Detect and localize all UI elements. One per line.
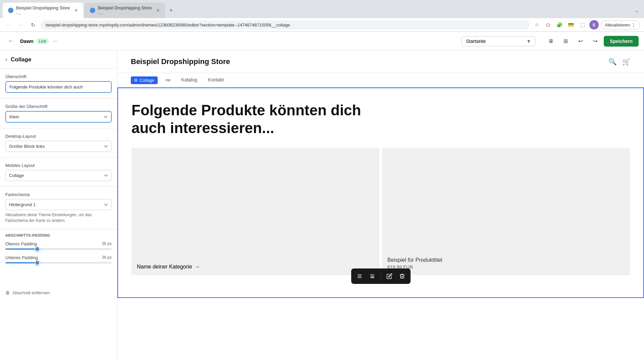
product-title: Beispiel für Produkttitel: [387, 257, 625, 263]
tab-2-close[interactable]: ✕: [156, 8, 160, 13]
url-field[interactable]: [40, 20, 530, 29]
unteres-padding-row: Unteres Padding 36 px: [0, 252, 117, 266]
ueberschrift-label: Überschrift: [5, 74, 112, 79]
section-toolbar: [351, 268, 411, 284]
padding-section-header: ABSCHNITTS-PADDING: [0, 229, 117, 239]
undo-button[interactable]: ↩: [574, 35, 586, 47]
update-dropdown-icon: ⋮: [631, 22, 636, 27]
unteres-padding-value: 36 px: [102, 255, 112, 260]
store-icons: 🔍 🛒: [608, 58, 631, 66]
header-right: 🖥 ⊞ ↩ ↪ Speichern: [545, 35, 639, 47]
section-heading: Folgende Produkte könnten dich auch inte…: [131, 102, 366, 137]
save-button[interactable]: Speichern: [604, 36, 639, 47]
tab-2-favicon: [90, 8, 95, 13]
tab-1-title: Beispiel Dropshipping Store ·...: [16, 5, 72, 15]
unteres-padding-thumb[interactable]: [35, 260, 40, 265]
profile-button[interactable]: S: [589, 20, 599, 29]
preview-frame: Beispiel Dropshipping Store 🔍 🛒 ⊞ Collag…: [117, 51, 644, 362]
collage-section: Folgende Produkte könnten dich auch inte…: [117, 87, 644, 298]
opera-icon[interactable]: O: [544, 20, 553, 29]
tab-2[interactable]: Beispiel Dropshipping Store ·... ✕: [85, 3, 165, 18]
toolbar-move-down-button[interactable]: [367, 270, 378, 282]
header-more-button[interactable]: ···: [53, 38, 57, 44]
forward-button[interactable]: →: [16, 20, 25, 29]
more-tabs-button[interactable]: ⌄: [632, 6, 641, 14]
back-button[interactable]: ←: [4, 20, 13, 29]
nav-item-kontakt[interactable]: Kontakt: [203, 73, 229, 87]
collage-grid: Name deiner Kategorie → Beispiel für Pro…: [131, 148, 630, 275]
browser-actions: ☆ O 🧩 💳 ⬚ S Aktualisieren ⋮: [532, 20, 640, 29]
address-bar: ← → ↻ ☆ O 🧩 💳 ⬚ S Aktualisieren ⋮: [0, 18, 644, 32]
mobiles-layout-label: Mobiles Layout: [5, 163, 112, 168]
toolbar-edit-button[interactable]: [384, 270, 395, 282]
delete-icon: 🗑: [5, 290, 10, 295]
farbschema-section: Farbschema Hintergrund 1 Hintergrund 2 A…: [0, 187, 117, 229]
desktop-layout-select[interactable]: Großer Block links Großer Block rechts G…: [5, 141, 112, 152]
toolbar-delete-button[interactable]: [396, 270, 408, 282]
redo-button[interactable]: ↪: [589, 35, 601, 47]
store-title: Beispiel Dropshipping Store: [131, 57, 230, 66]
theme-name: Dawn Live: [20, 38, 49, 44]
tab-2-title: Beispiel Dropshipping Store ·...: [98, 5, 154, 15]
tab-1-close[interactable]: ✕: [74, 8, 78, 13]
tab-bar: Beispiel Dropshipping Store ·... ✕ Beisp…: [0, 0, 644, 18]
nav-item-home[interactable]: ne: [160, 73, 176, 87]
sidebar-back-button[interactable]: ‹: [5, 56, 7, 63]
delete-section-button[interactable]: 🗑 Abschnitt entfernen: [0, 286, 117, 299]
nav-collage-tag[interactable]: ⊞ Collage: [131, 76, 158, 84]
groesse-section: Größe der Überschrift Klein Mittel Groß: [0, 99, 117, 128]
oberes-padding-track: [5, 248, 112, 250]
desktop-view-button[interactable]: 🖥: [545, 35, 557, 47]
screenshot-icon[interactable]: ⬚: [578, 20, 587, 29]
unteres-padding-fill: [5, 262, 37, 263]
farbschema-label: Farbschema: [5, 192, 112, 197]
mobiles-layout-select[interactable]: Collage Stapeln: [5, 170, 112, 181]
oberes-padding-fill: [5, 248, 37, 250]
search-icon[interactable]: 🔍: [608, 58, 617, 66]
desktop-layout-label: Desktop-Layout: [5, 134, 112, 139]
unteres-padding-track: [5, 262, 112, 263]
ueberschrift-input[interactable]: [5, 81, 112, 93]
oberes-padding-thumb[interactable]: [35, 246, 40, 252]
nav-collage-label: Collage: [140, 78, 154, 83]
live-badge: Live: [36, 38, 49, 44]
toolbar-divider-1: [381, 273, 381, 280]
sidebar: ‹ Collage Überschrift Größe der Überschr…: [0, 51, 117, 362]
page-selector[interactable]: Startseite ▼: [462, 36, 535, 46]
grid-select-button[interactable]: ⊞: [559, 35, 572, 47]
collage-tag-icon: ⊞: [134, 78, 138, 82]
oberes-padding-row: Oberes Padding 36 px: [0, 239, 117, 252]
collage-right-block: Beispiel für Produkttitel €19,99 EUR: [382, 148, 630, 275]
new-tab-button[interactable]: +: [166, 6, 176, 15]
groesse-label: Größe der Überschrift: [5, 104, 112, 109]
toolbar-move-up-button[interactable]: [354, 270, 365, 282]
header-back-button[interactable]: ←: [5, 36, 16, 47]
groesse-select[interactable]: Klein Mittel Groß: [5, 111, 112, 123]
oberes-padding-header: Oberes Padding 36 px: [5, 241, 112, 246]
app-container: ← Dawn Live ··· Startseite ▼ 🖥 ⊞ ↩ ↪ Spe…: [0, 32, 644, 362]
update-button[interactable]: Aktualisieren ⋮: [601, 20, 640, 29]
unteres-padding-header: Unteres Padding 36 px: [5, 255, 112, 260]
store-nav: ⊞ Collage ne Katalog Kontakt: [117, 73, 644, 87]
reload-button[interactable]: ↻: [28, 20, 38, 29]
cart-icon[interactable]: 🛒: [622, 58, 631, 66]
theme-name-label: Dawn: [20, 38, 34, 44]
sidebar-title: Collage: [11, 56, 31, 63]
store-header: Beispiel Dropshipping Store 🔍 🛒: [117, 51, 644, 73]
tab-1-favicon: [8, 8, 13, 13]
padding-section-label: ABSCHNITTS-PADDING: [5, 233, 112, 237]
wallet-icon[interactable]: 💳: [567, 20, 576, 29]
extensions-icon[interactable]: 🧩: [555, 20, 565, 29]
desktop-layout-section: Desktop-Layout Großer Block links Großer…: [0, 128, 117, 158]
bookmark-icon[interactable]: ☆: [532, 20, 542, 29]
delete-section-label: Abschnitt entfernen: [12, 290, 50, 295]
oberes-padding-value: 36 px: [102, 241, 112, 246]
preview-area: Beispiel Dropshipping Store 🔍 🛒 ⊞ Collag…: [117, 51, 644, 362]
farbschema-select[interactable]: Hintergrund 1 Hintergrund 2 Akzent 1 Akz…: [5, 199, 112, 210]
app-header: ← Dawn Live ··· Startseite ▼ 🖥 ⊞ ↩ ↪ Spe…: [0, 32, 644, 51]
tab-1[interactable]: Beispiel Dropshipping Store ·... ✕: [3, 3, 83, 18]
page-selector-value: Startseite: [466, 39, 486, 44]
farbschema-hint: Aktualisiere deine Theme-Einstellungen, …: [5, 212, 112, 224]
browser-chrome: Beispiel Dropshipping Store ·... ✕ Beisp…: [0, 0, 644, 32]
nav-item-katalog[interactable]: Katalog: [176, 73, 203, 87]
